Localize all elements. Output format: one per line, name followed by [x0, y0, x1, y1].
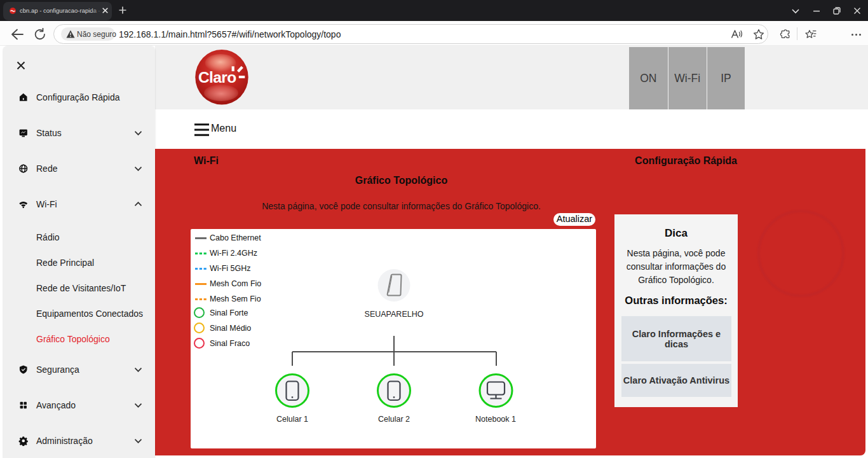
- svg-text:Claro: Claro: [198, 69, 236, 86]
